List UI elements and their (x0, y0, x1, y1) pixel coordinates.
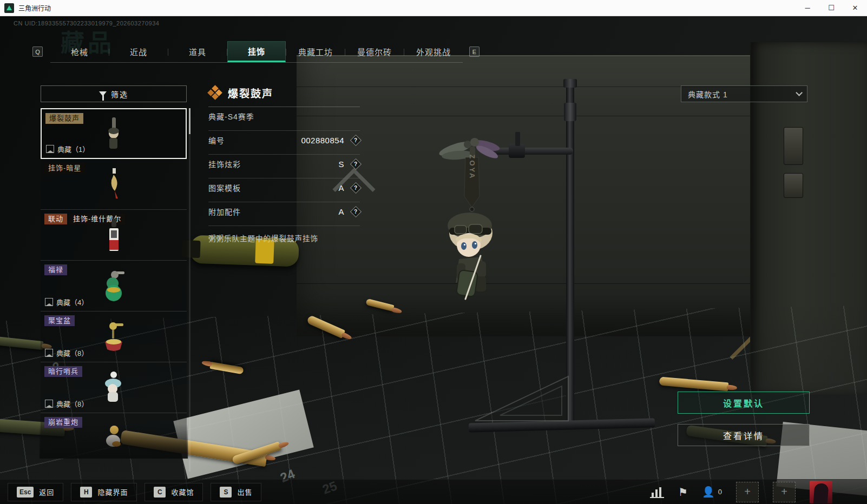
squad-button[interactable]: 👤 0 (702, 486, 722, 498)
esc-keycap: Esc (17, 487, 34, 498)
category-tabbar: Q 枪械 近战 道具 挂饰 典藏工坊 曼德尔砖 外观挑战 E (32, 41, 487, 63)
pattern-template-row: 图案模板 A ? (208, 178, 360, 197)
charm-description: 粥粥乐队主题中的爆裂鼓声挂饰 (208, 233, 360, 243)
list-item-fulu[interactable]: 福禄 典藏（4） (41, 261, 187, 311)
triangle-ruler (472, 373, 573, 423)
collection-count: 典藏（8） (56, 348, 88, 358)
maximize-button[interactable]: ☐ (819, 0, 843, 16)
tab-charms[interactable]: 挂饰 (227, 41, 286, 62)
charm-thumbnail (102, 217, 126, 253)
prev-tab-key-hint: Q (32, 47, 43, 57)
view-details-button[interactable]: 查看详情 (678, 424, 810, 446)
list-item-shadow-sentinel[interactable]: 暗行哨兵 典藏（8） (41, 362, 187, 413)
charm-thumbnail (100, 425, 127, 455)
row-value: A (338, 207, 344, 216)
h-keycap: H (80, 487, 92, 498)
list-item-treasure-bowl[interactable]: 聚宝盆 典藏（8） (41, 311, 187, 362)
rarity-badge: 福禄 (44, 264, 67, 275)
charm-list: 爆裂鼓声 典藏（1） 挂饰-暗星 联动 挂饰-维什戴尔 (41, 108, 187, 457)
charm-detail-panel: 爆裂鼓声 典藏-S4赛季 编号 002880854 ? 挂饰炫彩 S ? 图案模… (208, 83, 360, 243)
row-label: 图案模板 (208, 182, 241, 193)
list-scrollbar[interactable] (189, 108, 191, 472)
stand-pole-cap (563, 79, 577, 88)
collection-hall-shortcut[interactable]: C 收藏馆 (144, 483, 203, 501)
invite-slot-button[interactable]: + (736, 482, 759, 502)
app-logo-icon (4, 3, 14, 13)
list-item-burst-drums[interactable]: 爆裂鼓声 典藏（1） (41, 108, 187, 159)
tab-guns[interactable]: 枪械 (50, 41, 109, 62)
player-uid: CN UID:189335557302233019979_20260327093… (14, 20, 159, 26)
screen: 三角洲行动 ─ ☐ ✕ 22 23 24 25 (0, 0, 867, 504)
flag-icon: ⚑ (678, 486, 688, 499)
rarity-badge: 暗行哨兵 (44, 366, 82, 377)
tab-mandel-brick[interactable]: 曼德尔砖 (345, 41, 404, 62)
tab-collection-workshop[interactable]: 典藏工坊 (286, 41, 345, 62)
collab-badge: 联动 (44, 214, 67, 224)
serial-row: 编号 002880854 ? (208, 131, 360, 149)
svg-text:ZOYA: ZOYA (468, 155, 476, 180)
collection-count: 典藏（8） (56, 399, 88, 409)
list-item-dark-star[interactable]: 挂饰-暗星 (41, 159, 187, 210)
minimize-button[interactable]: ─ (796, 0, 819, 16)
bottom-bar: Esc 返回 H 隐藏界面 C 收藏馆 S 出售 ⚑ (0, 479, 867, 504)
filter-label: 筛选 (111, 89, 128, 100)
row-label: 挂饰炫彩 (208, 158, 241, 169)
invite-slot-button[interactable]: + (773, 482, 796, 502)
game-viewport: 22 23 24 25 (0, 16, 867, 504)
season-row: 典藏-S4赛季 (208, 107, 360, 125)
window-title: 三角洲行动 (18, 3, 51, 12)
row-label: 编号 (208, 135, 225, 145)
s-keycap: S (220, 487, 232, 498)
help-icon[interactable]: ? (350, 134, 362, 145)
collection-count-icon (45, 298, 53, 306)
rarity-badge: 爆裂鼓声 (45, 113, 83, 124)
sell-shortcut[interactable]: S 出售 (211, 483, 261, 501)
report-button[interactable]: ⚑ (678, 486, 688, 499)
charm-list-sidebar: 筛选 爆裂鼓声 典藏（1） 挂饰-暗星 联动 挂饰-维什戴尔 (41, 85, 187, 457)
squad-count: 0 (718, 488, 722, 496)
style-dropdown[interactable]: 典藏款式 1 (681, 85, 807, 102)
back-shortcut[interactable]: Esc 返回 (8, 483, 63, 501)
collection-count-icon (46, 145, 54, 153)
charm-thumbnail (102, 116, 126, 151)
help-icon[interactable]: ? (350, 182, 362, 193)
charm-title: 爆裂鼓声 (228, 85, 273, 100)
rarity-badge: 挂饰-暗星 (44, 163, 85, 174)
collection-count: 典藏（4） (56, 297, 88, 307)
charm-thumbnail (98, 269, 129, 303)
list-item-rockfall-cannon[interactable]: 崩岩重炮 (41, 413, 187, 457)
tab-props[interactable]: 道具 (168, 41, 227, 62)
charm-thumbnail (102, 167, 126, 202)
help-icon[interactable]: ? (350, 205, 362, 217)
set-default-button[interactable]: 设置默认 (678, 392, 810, 414)
collection-count: 典藏（1） (57, 144, 89, 154)
filter-button[interactable]: 筛选 (41, 85, 187, 102)
close-button[interactable]: ✕ (843, 0, 867, 16)
avatar[interactable] (810, 481, 832, 503)
list-item-wisadel[interactable]: 联动 挂饰-维什戴尔 (41, 210, 187, 261)
stats-button[interactable] (650, 486, 664, 498)
status-icon-bar: ⚑ 👤 0 + + (650, 481, 867, 503)
hanging-charm: ZOYA (428, 127, 525, 311)
charm-thumbnail (98, 320, 129, 354)
c-keycap: C (154, 487, 166, 498)
filter-icon (99, 91, 107, 96)
row-value: A (338, 183, 344, 193)
rarity-badge: 聚宝盆 (44, 315, 75, 326)
collection-count-icon (45, 349, 53, 357)
row-value: 002880854 (301, 136, 344, 145)
tab-melee[interactable]: 近战 (109, 41, 168, 62)
charm-colorway-row: 挂饰炫彩 S ? (208, 155, 360, 173)
next-tab-key-hint: E (469, 47, 480, 57)
style-dropdown-value: 典藏款式 1 (688, 89, 728, 100)
rarity-gem-icon (208, 86, 221, 99)
charm-thumbnail (100, 370, 127, 405)
row-value: S (338, 160, 344, 169)
row-label: 附加配件 (208, 206, 241, 217)
tab-appearance-challenge[interactable]: 外观挑战 (404, 41, 463, 62)
help-icon[interactable]: ? (350, 158, 362, 169)
bar-chart-icon (650, 486, 664, 498)
scrollbar-thumb[interactable] (189, 108, 191, 134)
collection-count-icon (45, 400, 53, 408)
hide-ui-shortcut[interactable]: H 隐藏界面 (71, 483, 137, 501)
